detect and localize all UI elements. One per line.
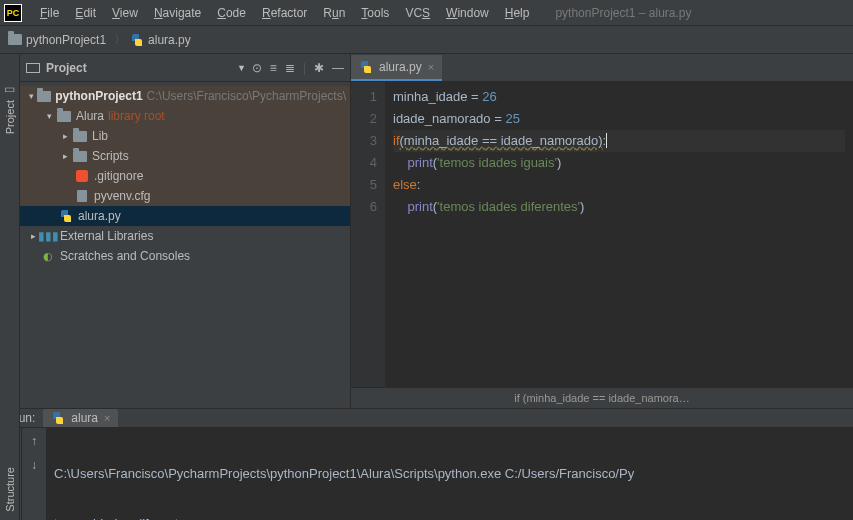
- folder-icon: [57, 111, 71, 122]
- code-content[interactable]: minha_idade = 26 idade_namorado = 25 if(…: [385, 82, 853, 387]
- gitignore-icon: [76, 170, 88, 182]
- project-panel-header: Project ▼ ⊙ ≡ ≣ | ✱ —: [20, 54, 350, 82]
- breadcrumb-project[interactable]: pythonProject1: [8, 33, 106, 47]
- hide-panel-icon[interactable]: —: [332, 61, 344, 75]
- menu-view[interactable]: View: [104, 6, 146, 20]
- menu-help[interactable]: Help: [497, 6, 538, 20]
- up-arrow-icon[interactable]: ↑: [31, 434, 37, 448]
- tree-folder-scripts[interactable]: ▸ Scripts: [20, 146, 350, 166]
- project-tool-icon[interactable]: ▭: [4, 82, 15, 96]
- structure-rail-label[interactable]: Structure: [4, 467, 16, 512]
- run-header: Run: alura ×: [0, 409, 853, 428]
- gutter: 1 2 3 4 5 6: [351, 82, 385, 387]
- menu-tools[interactable]: Tools: [353, 6, 397, 20]
- tree-file-alura-py[interactable]: alura.py: [20, 206, 350, 226]
- menu-run[interactable]: Run: [315, 6, 353, 20]
- run-tool-window: Run: alura × ▶ 🔧 ⋮ ↑ ↓ C:\Users\Francisc…: [0, 408, 853, 520]
- editor-tab-bar: alura.py ×: [351, 54, 853, 82]
- folder-icon: [73, 131, 87, 142]
- chevron-right-icon[interactable]: ▸: [58, 151, 72, 161]
- folder-icon: [37, 91, 51, 102]
- tree-scratches[interactable]: ◐ Scratches and Consoles: [20, 246, 350, 266]
- tree-root[interactable]: ▾ pythonProject1 C:\Users\Francisco\Pych…: [20, 86, 350, 106]
- file-icon: [77, 190, 87, 202]
- tree-folder-lib[interactable]: ▸ Lib: [20, 126, 350, 146]
- python-file-icon: [130, 33, 144, 47]
- chevron-right-icon[interactable]: ▸: [58, 131, 72, 141]
- chevron-down-icon[interactable]: ▾: [42, 111, 56, 121]
- project-panel: Project ▼ ⊙ ≡ ≣ | ✱ — ▾ pythonProject1 C…: [20, 54, 350, 408]
- close-tab-icon[interactable]: ×: [104, 412, 110, 424]
- project-header-icon: [26, 63, 40, 73]
- editor-breadcrumb: if (minha_idade == idade_namora…: [351, 387, 853, 408]
- menu-file[interactable]: File: [32, 6, 67, 20]
- select-opened-file-icon[interactable]: ⊙: [252, 61, 262, 75]
- folder-icon: [8, 34, 22, 45]
- menu-refactor[interactable]: Refactor: [254, 6, 315, 20]
- menu-navigate[interactable]: Navigate: [146, 6, 209, 20]
- code-editor[interactable]: 1 2 3 4 5 6 minha_idade = 26 idade_namor…: [351, 82, 853, 387]
- down-arrow-icon[interactable]: ↓: [31, 458, 37, 472]
- chevron-right-icon: 〉: [114, 31, 126, 48]
- settings-icon[interactable]: ✱: [314, 61, 324, 75]
- menu-code[interactable]: Code: [209, 6, 254, 20]
- run-nav-rail: ↑ ↓: [22, 428, 46, 520]
- close-tab-icon[interactable]: ×: [428, 61, 434, 73]
- python-file-icon: [59, 209, 73, 223]
- scratch-icon: ◐: [40, 250, 56, 263]
- project-panel-title: Project: [46, 61, 231, 75]
- python-file-icon: [359, 60, 373, 74]
- main-menu-bar: PC File Edit View Navigate Code Refactor…: [0, 0, 853, 26]
- expand-all-icon[interactable]: ≡: [270, 61, 277, 75]
- library-icon: ▮▮▮: [40, 229, 56, 243]
- project-rail-label[interactable]: Project: [4, 100, 16, 134]
- python-file-icon: [51, 411, 65, 425]
- left-rail-bottom: Structure: [0, 408, 20, 520]
- editor-tab-alura[interactable]: alura.py ×: [351, 55, 442, 81]
- collapse-all-icon[interactable]: ≣: [285, 61, 295, 75]
- tree-file-pyvenv[interactable]: pyvenv.cfg: [20, 186, 350, 206]
- run-tab[interactable]: alura ×: [43, 409, 118, 427]
- tree-folder-alura[interactable]: ▾ Alura library root: [20, 106, 350, 126]
- left-tool-rail: ▭ Project: [0, 54, 20, 408]
- editor-area: alura.py × 1 2 3 4 5 6 minha_idade = 26 …: [350, 54, 853, 408]
- app-icon: PC: [4, 4, 22, 22]
- folder-icon: [73, 151, 87, 162]
- tree-file-gitignore[interactable]: .gitignore: [20, 166, 350, 186]
- menu-edit[interactable]: Edit: [67, 6, 104, 20]
- breadcrumb-file[interactable]: alura.py: [130, 33, 191, 47]
- run-console[interactable]: C:\Users\Francisco\PycharmProjects\pytho…: [46, 428, 853, 520]
- chevron-down-icon[interactable]: ▾: [26, 91, 37, 101]
- dropdown-icon[interactable]: ▼: [237, 63, 246, 73]
- window-title: pythonProject1 – alura.py: [555, 6, 691, 20]
- menu-vcs[interactable]: VCS: [397, 6, 438, 20]
- menu-window[interactable]: Window: [438, 6, 497, 20]
- breadcrumb-bar: pythonProject1 〉 alura.py: [0, 26, 853, 54]
- project-tree[interactable]: ▾ pythonProject1 C:\Users\Francisco\Pych…: [20, 82, 350, 408]
- tree-external-libraries[interactable]: ▸ ▮▮▮ External Libraries: [20, 226, 350, 246]
